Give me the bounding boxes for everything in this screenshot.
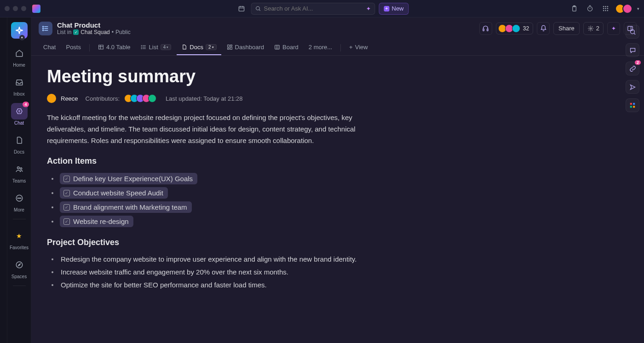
rail-comments-button[interactable]	[626, 43, 639, 57]
sidebar-item-launcher[interactable]: ▾	[7, 22, 31, 41]
checkbox-icon[interactable]: ✓	[63, 190, 70, 196]
share-button[interactable]: Share	[553, 22, 580, 35]
doc-title[interactable]: Meeting summary	[47, 67, 372, 86]
sidebar-divider	[13, 286, 26, 286]
objectives-heading[interactable]: Project Objectives	[47, 238, 372, 247]
svg-point-14	[603, 8, 604, 9]
chat-icon: 4	[11, 103, 28, 120]
tab-chat[interactable]: Chat	[39, 40, 60, 55]
sidebar-divider	[13, 219, 26, 219]
add-view-button[interactable]: + View	[345, 40, 373, 55]
sidebar-item-chat[interactable]: 4 Chat	[7, 100, 31, 128]
action-item-text: Conduct website Speed Audit	[73, 189, 163, 197]
members-count: 32	[523, 25, 529, 32]
sidebar-item-inbox[interactable]: Inbox	[7, 71, 31, 99]
doc-scroll-area[interactable]: Meeting summary Reece Contributors: Last…	[31, 56, 644, 343]
tab-label: List	[149, 44, 158, 51]
sidebar-item-more[interactable]: More	[7, 187, 31, 215]
tab-docs[interactable]: Docs 2 ▾	[177, 40, 221, 55]
svg-rect-51	[230, 45, 232, 46]
svg-rect-59	[630, 103, 632, 105]
svg-point-48	[141, 47, 142, 47]
bullet-icon	[52, 284, 53, 286]
members-pill[interactable]: 32	[496, 23, 533, 34]
doc-intro-paragraph[interactable]: The kickoff meeting for the website rede…	[47, 112, 372, 146]
rail-apps-button[interactable]	[626, 98, 639, 112]
svg-point-12	[605, 6, 606, 7]
sidebar-item-favorites[interactable]: ★ Favorites	[7, 225, 31, 253]
action-items-heading[interactable]: Action Items	[47, 156, 372, 166]
star-icon: ★	[11, 228, 28, 244]
ai-sparkle-icon: ✦	[366, 6, 371, 12]
search-input[interactable]	[264, 5, 363, 12]
board-icon	[274, 44, 280, 50]
squad-tag-icon: ✓	[73, 29, 79, 35]
action-item[interactable]: ✓Conduct website Speed Audit	[47, 186, 372, 200]
search-icon	[629, 29, 636, 35]
new-button[interactable]: + New	[379, 3, 408, 15]
headphones-icon[interactable]	[479, 22, 492, 35]
automations-pill[interactable]: 2	[583, 22, 604, 35]
clipboard-icon[interactable]	[568, 3, 580, 15]
calendar-icon[interactable]	[235, 3, 247, 15]
ai-icon[interactable]: ✦	[607, 22, 620, 35]
tab-posts[interactable]: Posts	[61, 40, 86, 55]
inbox-icon	[11, 74, 28, 91]
checkbox-icon[interactable]: ✓	[63, 176, 70, 182]
tab-board[interactable]: Board	[270, 40, 303, 55]
objective-item[interactable]: Redesign the company website to improve …	[47, 253, 372, 266]
user-avatar-stack[interactable]	[615, 4, 632, 14]
svg-rect-62	[633, 106, 635, 108]
sidebar-item-spaces[interactable]: Spaces	[7, 254, 31, 282]
sidebar-item-docs[interactable]: Docs	[7, 129, 31, 157]
contributors-label: Contributors:	[86, 95, 120, 102]
tab-label: Chat	[43, 44, 56, 51]
action-item[interactable]: ✓Brand alignment with Marketing team	[47, 200, 372, 214]
svg-rect-36	[483, 29, 484, 31]
tab-list[interactable]: List 4 ▾	[136, 40, 176, 55]
timer-icon[interactable]	[584, 3, 596, 15]
tab-badge: 4 ▾	[161, 44, 172, 50]
sidebar-item-home[interactable]: Home	[7, 42, 31, 70]
action-item[interactable]: ✓Define key User Experience(UX) Goals	[47, 172, 372, 186]
rail-outline-button[interactable]	[626, 80, 639, 94]
svg-point-49	[141, 48, 142, 49]
squad-name[interactable]: Chat Squad	[80, 29, 109, 35]
author-avatar[interactable]	[47, 94, 56, 103]
sidebar-item-label: Inbox	[13, 91, 24, 97]
launcher-icon: ▾	[11, 22, 28, 39]
action-item[interactable]: ✓Website re-design	[47, 214, 372, 229]
objective-text: Optimize the site for better SEO perform…	[61, 280, 267, 291]
sidebar-item-label: Teams	[12, 178, 26, 183]
top-right-controls: ▾	[568, 3, 639, 15]
apps-grid-icon[interactable]	[599, 3, 611, 15]
objective-item[interactable]: Optimize the site for better SEO perform…	[47, 279, 372, 292]
tab-label: Posts	[66, 44, 81, 51]
checkbox-icon[interactable]: ✓	[63, 204, 70, 211]
tab-badge: 2 ▾	[206, 44, 217, 50]
tab-dashboard[interactable]: Dashboard	[222, 40, 269, 55]
chevron-down-icon[interactable]: ▾	[637, 6, 639, 11]
window-dot	[13, 6, 18, 11]
svg-point-11	[603, 6, 604, 7]
tab-label: Dashboard	[235, 44, 264, 51]
action-items-list: ✓Define key User Experience(UX) Goals ✓C…	[47, 172, 372, 229]
rail-search-button[interactable]	[626, 25, 639, 39]
svg-point-47	[141, 46, 142, 46]
search-box[interactable]: ✦	[251, 3, 375, 15]
sidebar-item-label: Home	[13, 63, 25, 68]
sidebar-item-teams[interactable]: Teams	[7, 158, 31, 186]
contributors-stack[interactable]	[124, 94, 156, 103]
svg-point-13	[607, 6, 608, 7]
objective-item[interactable]: Increase website traffic and engagement …	[47, 266, 372, 279]
tab-table[interactable]: 4.0 Table	[93, 40, 135, 55]
tab-more-views[interactable]: 2 more...	[304, 40, 337, 55]
avatar	[148, 94, 156, 103]
last-updated: Last updated: Today at 21:28	[166, 95, 242, 102]
author-name[interactable]: Reece	[61, 95, 78, 102]
svg-point-57	[630, 29, 634, 34]
rail-activity-button[interactable]: 2	[626, 62, 639, 75]
bell-icon[interactable]	[537, 22, 550, 35]
checkbox-icon[interactable]: ✓	[63, 218, 70, 225]
avatar	[512, 24, 520, 33]
